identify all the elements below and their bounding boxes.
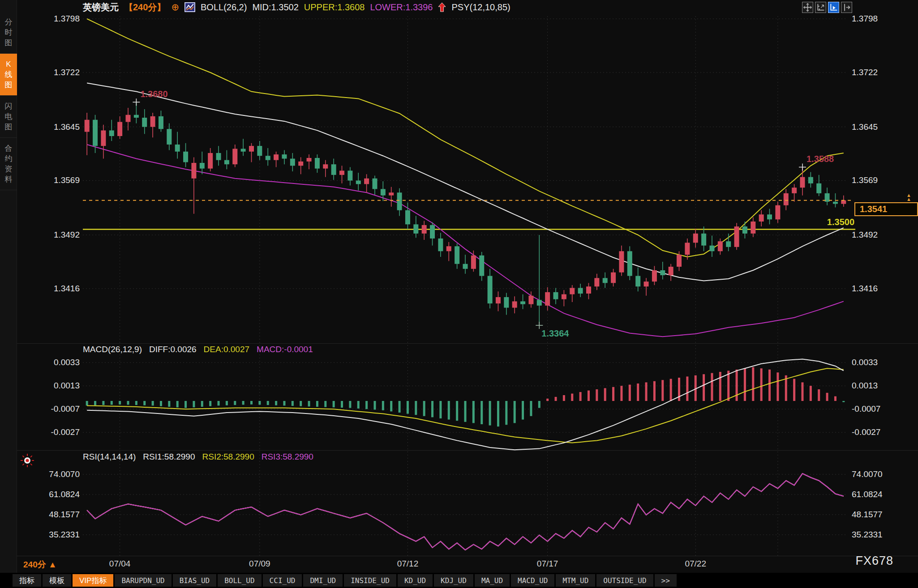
tab-MACD_UD[interactable]: MACD_UD [511,574,554,587]
axis-tick-left: 1.3492 [17,230,80,240]
axis-tick-left: 1.3645 [17,122,80,132]
tab-KD_UD[interactable]: KD_UD [398,574,433,587]
axis-tick-right: 0.0033 [852,358,917,367]
axis-tick-right: 1.3416 [852,284,917,294]
chart-header: 英镑美元 【240分】 ⊕ BOLL(26,2) MID:1.3502 UPPE… [83,0,510,14]
macd-diff-value: DIFF:0.0026 [149,345,197,354]
symbol-title: 英镑美元 [83,1,119,13]
axis-tick-left: 0.0033 [17,358,80,367]
axis-zoom-icon[interactable] [815,2,826,13]
axis-tick-right: 1.3492 [852,230,917,240]
axis-tick-right: -0.0027 [852,427,917,437]
tab-[interactable]: >> [655,574,677,587]
tab-OUTSIDE_UD[interactable]: OUTSIDE_UD [596,574,653,587]
sidebar-item-1[interactable]: K线图 [0,54,17,96]
sidebar: 分时图K线图闪电图合约资料 [0,0,17,588]
rsi1-value: RSI1:58.2990 [143,452,195,462]
red-sun-icon[interactable] [20,453,35,470]
axis-tick-left: 48.1577 [17,510,80,520]
boll-lower-value: LOWER:1.3396 [370,2,433,13]
rsi-title: RSI(14,14,14) RSI1:58.2990 RSI2:58.2990 … [83,452,313,462]
macd-indicator-label: MACD(26,12,9) [83,345,142,354]
sidebar-item-0[interactable]: 分时图 [0,12,17,54]
kline-chart-icon[interactable] [184,2,195,13]
watermark: FX678 [855,554,893,568]
axis-tick-left: -0.0027 [17,427,80,437]
axis-tick-left: 0.0013 [17,381,80,391]
axis-tick-right: 1.3645 [852,122,917,132]
tab-DMI_UD[interactable]: DMI_UD [303,574,343,587]
boll-upper-value: UPPER:1.3608 [304,2,365,13]
last-price-box: 1.3541 [854,202,918,216]
tab-VIP[interactable]: VIP指标 [73,574,113,587]
axis-tick-right: 1.3798 [852,14,917,24]
tab-[interactable]: 指标 [13,574,41,587]
axis-tick-right: 0.0013 [852,381,917,391]
sidebar-item-2[interactable]: 闪电图 [0,96,17,138]
date-tick: 07/22 [685,559,706,569]
collapse-right-icon[interactable] [841,2,852,13]
axis-tick-left: 74.0070 [17,469,80,479]
rsi3-value: RSI3:58.2990 [262,452,313,462]
axis-tick-left: 61.0824 [17,490,80,499]
price-annotation-high: 1.3680 [140,89,167,99]
support-line-label: 1.3500 [775,217,854,227]
price-scroll-marker-icon[interactable]: ▲▲ [906,193,911,201]
macd-dea-value: DEA:0.0027 [204,345,249,354]
axis-tick-right: 1.3569 [852,175,917,185]
axis-tick-left: 1.3722 [17,68,80,77]
boll-indicator-label: BOLL(26,2) [201,2,247,13]
axis-tick-right: -0.0007 [852,404,917,414]
chart-canvas[interactable] [0,0,918,588]
period-badge[interactable]: 【240分】 [124,1,166,13]
axis-tick-left: 1.3798 [17,14,80,24]
axis-tick-right: 61.0824 [852,490,917,499]
tab-CCI_UD[interactable]: CCI_UD [263,574,302,587]
sidebar-item-3[interactable]: 合约资料 [0,138,17,190]
axis-tick-left: 1.3416 [17,284,80,294]
psy-indicator-label: PSY(12,10,85) [451,2,510,13]
pan-crosshair-icon[interactable] [802,2,813,13]
tab-BARUPDN_UD[interactable]: BARUPDN_UD [115,574,171,587]
axis-tick-left: 35.2331 [17,530,80,540]
tab-INSIDE_UD[interactable]: INSIDE_UD [344,574,396,587]
indicator-tabbar: 指标模板VIP指标BARUPDN_UDBIAS_UDBOLL_UDCCI_UDD… [0,573,918,588]
date-tick: 07/09 [249,559,270,569]
price-annotation-low: 1.3364 [541,328,569,339]
tab-MTM_UD[interactable]: MTM_UD [556,574,595,587]
axis-tick-left: 1.3569 [17,175,80,185]
price-annotation-high: 1.3588 [806,154,834,164]
rsi-indicator-label: RSI(14,14,14) [83,452,136,462]
tab-[interactable]: 模板 [43,574,71,587]
axis-tick-right: 48.1577 [852,510,917,520]
axis-tick-right: 35.2331 [852,530,917,540]
macd-title: MACD(26,12,9) DIFF:0.0026 DEA:0.0027 MAC… [83,345,313,354]
macd-macd-value: MACD:-0.0001 [257,345,313,354]
axis-tick-right: 74.0070 [852,469,917,479]
chart-toolbar [802,2,852,13]
tab-BOLL_UD[interactable]: BOLL_UD [218,574,261,587]
axis-tick-left: -0.0007 [17,404,80,414]
up-arrow-icon [438,2,446,12]
chart-playback-icon[interactable] [828,2,839,13]
current-period-label[interactable]: 240分 ▲ [23,559,57,571]
tab-KDJ_UD[interactable]: KDJ_UD [434,574,473,587]
axis-tick-right: 1.3722 [852,68,917,77]
trading-app: 分时图K线图闪电图合约资料 英镑美元 【240分】 ⊕ BOLL(26,2) M… [0,0,918,588]
tab-BIAS_UD[interactable]: BIAS_UD [173,574,216,587]
globe-plus-icon[interactable]: ⊕ [171,3,179,12]
tab-MA_UD[interactable]: MA_UD [475,574,510,587]
date-tick: 07/04 [109,559,131,569]
date-tick: 07/17 [537,559,558,569]
boll-mid-value: MID:1.3502 [252,2,298,13]
rsi2-value: RSI2:58.2990 [202,452,254,462]
date-tick: 07/12 [397,559,419,569]
